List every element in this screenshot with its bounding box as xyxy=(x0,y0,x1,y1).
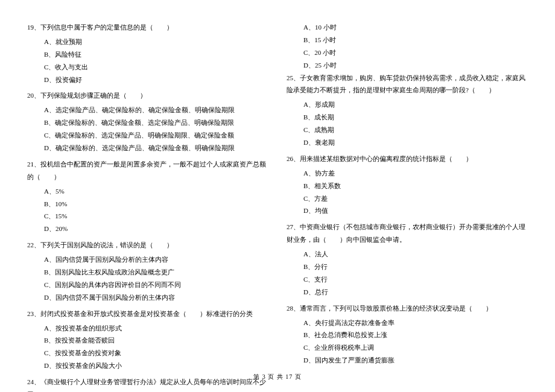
option-item: C、20 小时 xyxy=(287,46,528,59)
option-item: C、方差 xyxy=(287,192,528,205)
question-text: 21、投机组合中配置的资产一般是闲置多余资产，一般不超过个人或家庭资产总额的（ … xyxy=(27,158,268,183)
option-item: B、成长期 xyxy=(287,111,528,124)
option-item: D、衰老期 xyxy=(287,136,528,149)
question-block: 28、通常而言，下列可以导致股票价格上涨的经济状况变动是（ ）A、央行提高法定存… xyxy=(287,302,528,367)
option-item: A、选定保险产品、确定保险标的、确定保险金额、明确保险期限 xyxy=(27,104,268,116)
question-text: 28、通常而言，下列可以导致股票价格上涨的经济状况变动是（ ） xyxy=(287,302,528,315)
left-column: 19、下列信息中属于客户的定量信息的是（ ）A、就业预期B、风险特征C、收入与支… xyxy=(27,21,268,392)
option-item: C、确定保险标的、选定保险产品、明确保险期限、确定保险金额 xyxy=(27,129,268,142)
question-text: 26、用来描述某组数据对中心的偏离程度的统计指标是（ ） xyxy=(287,153,528,165)
option-item: D、投资偏好 xyxy=(27,74,268,86)
option-item: A、央行提高法定存款准备金率 xyxy=(287,317,528,329)
option-item: B、国别风险比主权风险或政治风险概念更广 xyxy=(27,266,268,279)
option-item: D、25 小时 xyxy=(287,59,528,72)
option-item: A、国内信贷属于国别风险分析的主体内容 xyxy=(27,253,268,266)
option-item: D、国内信贷不属于国别风险分析的主体内容 xyxy=(27,291,268,304)
option-item: C、按投资基金的投资对象 xyxy=(27,347,268,359)
option-item: A、5% xyxy=(27,185,268,198)
question-text: 23、封闭式投资基金和开放式投资基金是对投资基金（ ）标准进行的分类 xyxy=(27,308,268,320)
question-text: 19、下列信息中属于客户的定量信息的是（ ） xyxy=(27,21,268,34)
question-block: 20、下列保险规划步骤正确的是（ ）A、选定保险产品、确定保险标的、确定保险金额… xyxy=(27,89,268,154)
option-item: C、支行 xyxy=(287,273,528,286)
option-item: C、国别风险的具体内容因评价目的不同而不同 xyxy=(27,279,268,291)
question-block: 23、封闭式投资基金和开放式投资基金是对投资基金（ ）标准进行的分类A、按投资基… xyxy=(27,308,268,372)
option-item: D、按投资基金的风险大小 xyxy=(27,359,268,372)
option-item: A、10 小时 xyxy=(287,21,528,34)
option-item: A、形成期 xyxy=(287,98,528,111)
question-text: 22、下列关于国别风险的说法，错误的是（ ） xyxy=(27,239,268,251)
option-item: A、按投资基金的组织形式 xyxy=(27,322,268,335)
right-column: A、10 小时B、15 小时C、20 小时D、25 小时25、子女教育需求增加，… xyxy=(287,21,528,392)
option-item: C、收入与支出 xyxy=(27,61,268,74)
question-block: 25、子女教育需求增加，购房、购车贷款仍保持较高需求，成员收入稳定，家庭风险承受… xyxy=(287,72,528,149)
option-item: B、15 小时 xyxy=(287,34,528,46)
question-text: 25、子女教育需求增加，购房、购车贷款仍保持较高需求，成员收入稳定，家庭风险承受… xyxy=(287,72,528,97)
option-item: A、就业预期 xyxy=(27,36,268,48)
option-item: A、协方差 xyxy=(287,167,528,180)
option-item: D、确定保险标的、选定保险产品、确定保险金额、明确保险期限 xyxy=(27,142,268,154)
option-item: B、分行 xyxy=(287,261,528,273)
option-item: B、按投资基金能否赎回 xyxy=(27,334,268,347)
question-block: 22、下列关于国别风险的说法，错误的是（ ）A、国内信贷属于国别风险分析的主体内… xyxy=(27,239,268,303)
option-item: B、社会总消费和总投资上涨 xyxy=(287,329,528,341)
question-block: 26、用来描述某组数据对中心的偏离程度的统计指标是（ ）A、协方差B、相关系数C… xyxy=(287,153,528,217)
option-item: D、国内发生了严重的通货膨胀 xyxy=(287,354,528,367)
option-item: D、总行 xyxy=(287,286,528,299)
option-item: B、确定保险标的、确定保险金额、选定保险产品、明确保险期限 xyxy=(27,116,268,129)
option-item: C、成熟期 xyxy=(287,124,528,136)
option-item: D、20% xyxy=(27,223,268,235)
option-item: B、风险特征 xyxy=(27,48,268,61)
page-footer: 第 3 页 共 17 页 xyxy=(0,373,555,381)
question-block: 19、下列信息中属于客户的定量信息的是（ ）A、就业预期B、风险特征C、收入与支… xyxy=(27,21,268,86)
question-block: 21、投机组合中配置的资产一般是闲置多余资产，一般不超过个人或家庭资产总额的（ … xyxy=(27,158,268,235)
option-item: B、相关系数 xyxy=(287,180,528,192)
option-item: A、法人 xyxy=(287,248,528,261)
question-text: 27、中资商业银行（不包括城市商业银行，农村商业银行）开办需要批准的个人理财业务… xyxy=(287,221,528,246)
question-block: 27、中资商业银行（不包括城市商业银行，农村商业银行）开办需要批准的个人理财业务… xyxy=(287,221,528,298)
option-item: B、10% xyxy=(27,198,268,210)
option-item: C、企业所得税税率上调 xyxy=(287,341,528,354)
option-item: D、均值 xyxy=(287,204,528,217)
question-text: 20、下列保险规划步骤正确的是（ ） xyxy=(27,89,268,102)
option-item: C、15% xyxy=(27,210,268,223)
